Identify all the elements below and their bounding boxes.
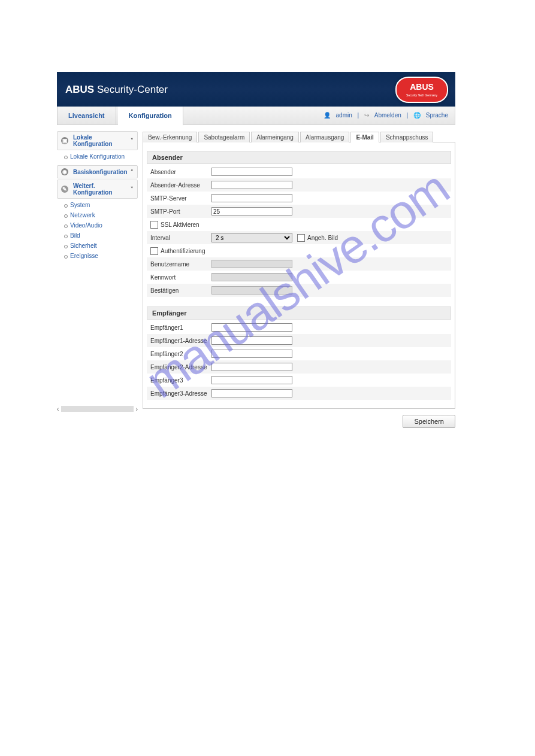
select-interval[interactable]: 2 s xyxy=(211,233,292,242)
label-r3addr: Empfänger3-Adresse xyxy=(150,390,211,397)
tab-liveview[interactable]: Liveansicht xyxy=(58,107,116,125)
label-interval: Interval xyxy=(150,235,211,241)
main-panel: Bew.-Erkennung Sabotagealarm Alarmeingan… xyxy=(143,131,455,428)
brand-strong: ABUS xyxy=(65,84,94,95)
label-username: Benutzername xyxy=(150,261,211,268)
logo-text: ABUS xyxy=(410,82,434,92)
row-smtp-server: SMTP-Server xyxy=(147,192,451,205)
sidebar-group-advanced-items: System Netzwerk Video/Audio Bild Sicherh… xyxy=(57,200,138,261)
scroll-right-icon[interactable]: › xyxy=(136,406,138,412)
section-head-recipients: Empfänger xyxy=(147,306,451,320)
row-r2: Empfänger2 xyxy=(147,347,451,360)
label-confirm: Bestätigen xyxy=(150,287,211,294)
language-link[interactable]: Sprache xyxy=(426,112,448,119)
label-r3: Empfänger3 xyxy=(150,377,211,384)
sidebar-group-basic-title: Basiskonfiguration xyxy=(73,169,131,175)
subtab-alarm-out[interactable]: Alarmausgang xyxy=(300,132,349,142)
label-attach-img: Angeh. Bild xyxy=(307,235,338,241)
input-smtp-port[interactable] xyxy=(211,207,292,215)
email-form-panel: Absender Absender Absender-Adresse SMTP-… xyxy=(143,142,455,409)
sidebar-item-videoaudio[interactable]: Video/Audio xyxy=(57,220,138,230)
label-sender: Absender xyxy=(150,169,211,175)
chevron-up-icon: ˄ xyxy=(131,169,134,175)
body-row: ▣ Lokale Konfiguration ˅ Lokale Konfigur… xyxy=(57,131,455,428)
nav-right-cluster: 👤 admin | ↪ Abmelden | 🌐 Sprache xyxy=(322,107,450,125)
row-r1addr: Empfänger1-Adresse xyxy=(147,334,451,347)
checkbox-ssl[interactable] xyxy=(150,221,158,229)
input-r2addr[interactable] xyxy=(211,363,292,371)
checkbox-attach-img[interactable] xyxy=(297,234,305,242)
subtab-alarm-in[interactable]: Alarmeingang xyxy=(251,132,299,142)
row-r2addr: Empfänger2-Adresse xyxy=(147,360,451,374)
sidebar-item-image[interactable]: Bild xyxy=(57,230,138,241)
tab-configuration[interactable]: Konfiguration xyxy=(118,107,183,126)
input-sender[interactable] xyxy=(211,168,292,176)
row-sender: Absender xyxy=(147,165,451,178)
chevron-down-icon: ˅ xyxy=(131,138,134,144)
input-r3addr[interactable] xyxy=(211,389,292,397)
label-auth: Authentifizierung xyxy=(161,248,205,254)
logo-subtitle: Security Tech Germany xyxy=(397,93,447,97)
input-r1[interactable] xyxy=(211,323,292,332)
input-smtp-server[interactable] xyxy=(211,194,292,202)
chevron-down-icon: ˅ xyxy=(131,186,134,192)
subtab-snapshot[interactable]: Schnappschuss xyxy=(380,132,434,142)
globe-icon: 🌐 xyxy=(413,112,421,119)
label-r2: Empfänger2 xyxy=(150,351,211,357)
user-label[interactable]: admin xyxy=(336,112,352,119)
row-r3addr: Empfänger3-Adresse xyxy=(147,387,451,400)
logout-link[interactable]: Abmelden xyxy=(374,112,401,119)
sidebar-item-events[interactable]: Ereignisse xyxy=(57,251,138,261)
row-username: Benutzername xyxy=(147,257,451,271)
label-r1addr: Empfänger1-Adresse xyxy=(150,338,211,344)
label-smtp-server: SMTP-Server xyxy=(150,195,211,202)
sub-tab-bar: Bew.-Erkennung Sabotagealarm Alarmeingan… xyxy=(143,131,455,142)
row-r1: Empfänger1 xyxy=(147,321,451,334)
input-r1addr[interactable] xyxy=(211,336,292,345)
sidebar-item-security[interactable]: Sicherheit xyxy=(57,241,138,251)
scroll-left-icon[interactable]: ‹ xyxy=(57,406,59,412)
sidebar-hscroll[interactable]: ‹ › xyxy=(57,405,138,413)
save-button[interactable]: Speichern xyxy=(403,415,455,428)
sidebar-item-local-config[interactable]: Lokale Konfiguration xyxy=(57,151,138,162)
checkbox-auth[interactable] xyxy=(150,247,158,255)
sidebar-item-network[interactable]: Netzwerk xyxy=(57,210,138,220)
label-password: Kennwort xyxy=(150,274,211,281)
input-r3[interactable] xyxy=(211,376,292,384)
user-icon: 👤 xyxy=(324,112,331,119)
row-ssl: SSL Aktivieren xyxy=(147,218,451,231)
sidebar-group-local[interactable]: ▣ Lokale Konfiguration ˅ xyxy=(57,131,138,150)
row-password: Kennwort xyxy=(147,271,451,284)
subtab-tamper[interactable]: Sabotagealarm xyxy=(198,132,250,142)
input-sender-addr[interactable] xyxy=(211,181,292,189)
save-row: Speichern xyxy=(143,415,455,428)
sidebar-group-advanced-title: Weiterf. Konfiguration xyxy=(73,183,131,196)
label-sender-addr: Absender-Adresse xyxy=(150,182,211,189)
brand-title: ABUS Security-Center xyxy=(65,84,168,96)
abus-logo-icon: ABUS Security Tech Germany xyxy=(395,77,448,103)
scroll-track[interactable] xyxy=(61,406,133,412)
input-confirm xyxy=(211,286,292,294)
label-smtp-port: SMTP-Port xyxy=(150,208,211,215)
sidebar: ▣ Lokale Konfiguration ˅ Lokale Konfigur… xyxy=(57,131,138,428)
wrench-icon: ✎ xyxy=(61,186,68,193)
input-r2[interactable] xyxy=(211,350,292,358)
screen-icon: ▣ xyxy=(61,137,68,144)
row-interval: Interval 2 s Angeh. Bild xyxy=(147,231,451,244)
sidebar-group-basic[interactable]: ◉ Basiskonfiguration ˄ xyxy=(57,165,138,178)
row-smtp-port: SMTP-Port xyxy=(147,205,451,218)
app-window: ABUS Security-Center ABUS Security Tech … xyxy=(57,72,455,428)
sep1: | xyxy=(358,112,359,119)
sidebar-group-local-items: Lokale Konfiguration xyxy=(57,151,138,162)
globe-small-icon: ◉ xyxy=(61,168,68,175)
sidebar-group-local-title: Lokale Konfiguration xyxy=(73,134,131,147)
row-auth: Authentifizierung xyxy=(147,244,451,257)
label-r2addr: Empfänger2-Adresse xyxy=(150,364,211,371)
sep2: | xyxy=(407,112,409,119)
subtab-motion[interactable]: Bew.-Erkennung xyxy=(143,132,197,142)
brand-rest: Security-Center xyxy=(94,84,168,95)
input-password xyxy=(211,273,292,281)
sidebar-item-system[interactable]: System xyxy=(57,200,138,210)
subtab-email[interactable]: E-Mail xyxy=(350,132,379,142)
sidebar-group-advanced[interactable]: ✎ Weiterf. Konfiguration ˅ xyxy=(57,180,138,199)
